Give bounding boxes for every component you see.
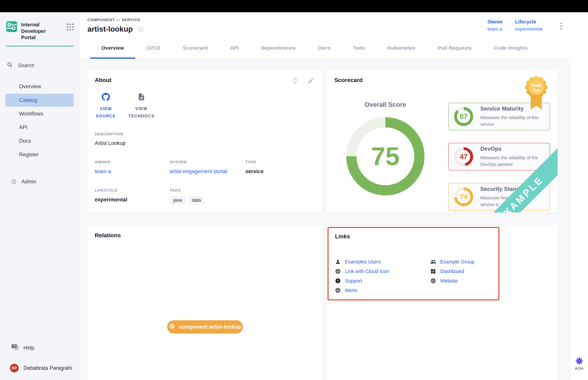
scorecard-card: Scorecard bbox=[327, 70, 558, 213]
globe-icon bbox=[335, 287, 341, 293]
tab-overview[interactable]: Overview bbox=[90, 38, 135, 59]
page-title: artist-lookup bbox=[87, 25, 133, 33]
view-source-button[interactable]: VIEW SOURCE bbox=[95, 93, 117, 120]
user-menu[interactable]: DP Debabrata Panigrahi bbox=[0, 364, 80, 373]
description-value: Artist Lookup bbox=[95, 140, 315, 146]
sidebar-item-catalog[interactable]: Catalog bbox=[5, 94, 74, 107]
brand-accent-rule bbox=[6, 46, 74, 46]
tab-code-insights[interactable]: Code Insights bbox=[483, 38, 539, 59]
edit-pencil-icon[interactable] bbox=[307, 77, 315, 85]
sidebar-bottom: ? Help DP Debabrata Panigrahi bbox=[0, 334, 80, 380]
sidebar-item-docs[interactable]: Docs bbox=[5, 134, 74, 148]
sidebar-item-api[interactable]: API bbox=[5, 121, 74, 134]
links-title: Links bbox=[335, 233, 492, 240]
system-field-label: SYSTEM bbox=[170, 160, 245, 164]
links-card: Links Examples Users Link with Cloud Ico… bbox=[327, 225, 558, 380]
owner-field-label: OWNER bbox=[95, 160, 170, 164]
about-title: About bbox=[95, 77, 315, 83]
apps-grid-icon[interactable] bbox=[67, 23, 74, 30]
lifecycle-field-label: LIFECYCLE bbox=[95, 188, 170, 192]
user-icon bbox=[335, 259, 341, 265]
tab-cicd[interactable]: CI/CD bbox=[135, 38, 171, 59]
score-item-description: Measures the reliability of the DevOps p… bbox=[480, 154, 544, 168]
lifecycle-meta[interactable]: Lifecycle experimental bbox=[515, 19, 542, 32]
kebab-menu-icon[interactable] bbox=[559, 22, 563, 31]
globe-icon bbox=[430, 278, 436, 284]
tab-todo[interactable]: Todo bbox=[342, 38, 376, 59]
sidebar-search[interactable]: Search bbox=[7, 62, 74, 69]
service-maturity-gauge: 87 bbox=[454, 107, 473, 126]
link-website[interactable]: Website bbox=[430, 276, 492, 285]
link-link-with-cloud-icon[interactable]: Link with Cloud Icon bbox=[335, 266, 430, 276]
relations-title: Relations bbox=[95, 232, 315, 239]
link-examples-users[interactable]: Examples Users bbox=[335, 257, 430, 266]
sidebar-item-workflows[interactable]: Workflows bbox=[5, 107, 74, 120]
search-icon bbox=[7, 62, 13, 69]
app-shell: Internal Developer Portal Search Overvie… bbox=[0, 12, 588, 380]
aida-panel: AIDA bbox=[570, 12, 588, 380]
overall-score-label: Overall Score bbox=[364, 101, 406, 108]
tab-api[interactable]: API bbox=[219, 38, 250, 59]
portal-logo-icon bbox=[6, 21, 17, 33]
search-label: Search bbox=[18, 62, 34, 69]
aida-label: AIDA bbox=[575, 367, 584, 370]
system-field-value[interactable]: artist-engagement-portal bbox=[170, 168, 245, 174]
link-dashboard[interactable]: Dashboard bbox=[430, 266, 492, 276]
tab-pull-requests[interactable]: Pull Requests bbox=[427, 38, 483, 59]
lifecycle-value: experimental bbox=[515, 26, 542, 32]
tab-dependencies[interactable]: Dependencies bbox=[250, 38, 307, 59]
top-black-bar bbox=[0, 0, 588, 12]
github-icon bbox=[102, 93, 110, 103]
sidebar-divider bbox=[0, 169, 80, 170]
tab-kubernetes[interactable]: Kubernetes bbox=[376, 38, 427, 59]
main-area: COMPONENT — SERVICE artist-lookup ☆ Owne… bbox=[80, 12, 570, 380]
portal-title: Internal Developer Portal bbox=[21, 21, 60, 41]
help-circle-icon: ? bbox=[335, 278, 341, 284]
owner-field-value[interactable]: team-a bbox=[95, 168, 170, 174]
link-alerts[interactable]: Alerts bbox=[335, 285, 430, 295]
sidebar-item-register[interactable]: Register bbox=[5, 148, 74, 161]
devops-gauge: 47 bbox=[454, 147, 473, 166]
group-icon bbox=[430, 259, 436, 265]
sidebar-nav: Overview Catalog Workflows API Docs Regi… bbox=[0, 80, 80, 162]
tab-scorecard[interactable]: Scorecard bbox=[171, 38, 219, 59]
sidebar-item-admin[interactable]: ⚙ Admin bbox=[0, 178, 80, 185]
sidebar-item-help[interactable]: ? Help bbox=[0, 343, 80, 352]
link-support[interactable]: ? Support bbox=[335, 276, 430, 285]
svg-text:?: ? bbox=[337, 279, 339, 283]
favorite-star-icon[interactable]: ☆ bbox=[137, 25, 144, 33]
link-example-group[interactable]: Example Group bbox=[430, 257, 492, 266]
tags-field-label: TAGS bbox=[170, 188, 245, 192]
brand: Internal Developer Portal bbox=[0, 12, 80, 41]
tab-docs[interactable]: Docs bbox=[307, 38, 342, 59]
dashboard-icon bbox=[430, 268, 436, 274]
links-highlight-box: Links Examples Users Link with Cloud Ico… bbox=[327, 227, 499, 300]
view-techdocs-label: VIEW TECHDOCS bbox=[128, 105, 155, 120]
relations-node-label: component:artist-lookup bbox=[179, 324, 241, 330]
gold-tier-label: Gold Tier bbox=[524, 83, 549, 93]
owner-meta[interactable]: Owner team-a bbox=[487, 19, 503, 32]
document-icon bbox=[137, 93, 146, 103]
view-techdocs-button[interactable]: VIEW TECHDOCS bbox=[128, 93, 155, 120]
admin-label: Admin bbox=[21, 179, 37, 185]
chip-icon bbox=[169, 323, 175, 331]
lifecycle-field-value: experimental bbox=[95, 197, 170, 203]
sidebar-item-overview[interactable]: Overview bbox=[5, 80, 74, 93]
view-source-label: VIEW SOURCE bbox=[95, 105, 117, 120]
aida-launcher[interactable]: AIDA bbox=[570, 357, 588, 370]
refresh-icon[interactable] bbox=[291, 77, 299, 85]
tag-chip[interactable]: java bbox=[170, 196, 186, 205]
security-standards-gauge: 74 bbox=[454, 187, 473, 206]
tag-chip[interactable]: data bbox=[188, 196, 205, 205]
user-name: Debabrata Panigrahi bbox=[23, 365, 72, 371]
scorecard-title: Scorecard bbox=[334, 77, 550, 83]
description-label: DESCRIPTION bbox=[95, 132, 315, 136]
relations-node-component[interactable]: component:artist-lookup bbox=[167, 320, 243, 334]
page-body: About bbox=[80, 59, 570, 380]
breadcrumb: COMPONENT — SERVICE bbox=[87, 18, 144, 22]
score-item-description: Measures the reliability of this service bbox=[480, 114, 544, 128]
score-item-devops[interactable]: 47 DevOps Measures the reliability of th… bbox=[448, 143, 550, 171]
entity-header: COMPONENT — SERVICE artist-lookup ☆ Owne… bbox=[80, 12, 570, 38]
owner-value: team-a bbox=[487, 26, 503, 32]
score-item-name: DevOps bbox=[480, 146, 544, 152]
